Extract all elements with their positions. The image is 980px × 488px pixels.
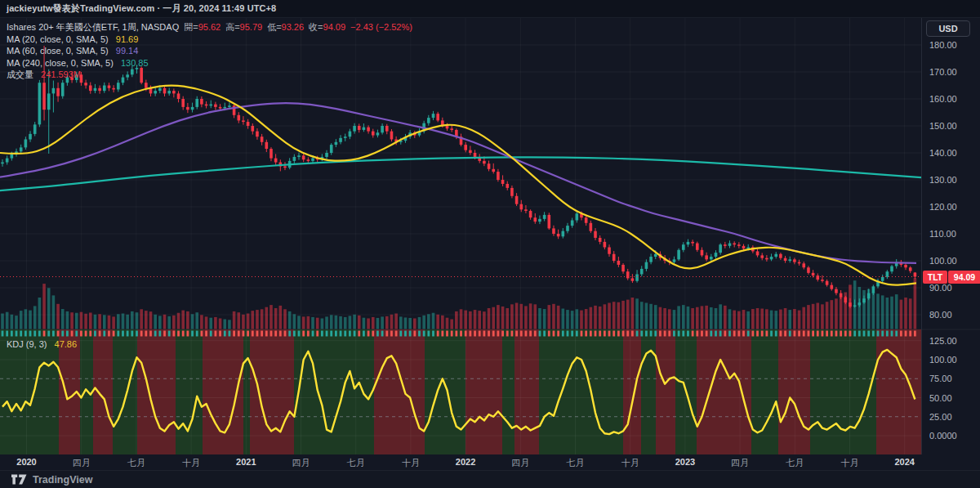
ma240-value: 130.85 [121, 58, 149, 68]
footer-bar: TradingView [0, 470, 980, 488]
chart-area[interactable]: 180.00170.00160.00150.00140.00130.00120.… [0, 18, 980, 454]
price-axis-label: 150.00 [929, 121, 957, 131]
ohlc-segment: 收=94.09 [309, 22, 345, 32]
kdj-value: 47.86 [55, 339, 78, 349]
time-axis-label: 七月 [567, 457, 585, 469]
kdj-axis-label: 25.00 [929, 412, 952, 422]
ma20-label: MA (20, close, 0, SMA, 5) [7, 34, 109, 44]
time-axis-label: 四月 [731, 457, 749, 469]
last-price-value: 94.09 [948, 271, 980, 284]
time-axis-label: 2021 [236, 457, 256, 467]
tradingview-brand-text[interactable]: TradingView [33, 474, 92, 486]
time-axis[interactable]: 2020四月七月十月2021四月七月十月2022四月七月十月2023四月七月十月… [0, 454, 980, 470]
change-value: −2.43 (−2.52%) [350, 22, 412, 32]
kdj-axis-label: 0.0000 [929, 431, 957, 441]
price-axis-label: 100.00 [929, 256, 957, 266]
time-axis-label: 七月 [786, 457, 804, 469]
time-axis-label: 2020 [16, 457, 36, 467]
kdj-axis-label: 75.00 [929, 374, 952, 383]
volume-bars [1, 278, 916, 329]
time-axis-label: 2022 [456, 457, 475, 467]
volume-label: 成交量 [7, 69, 33, 79]
price-axis-label: 130.00 [929, 175, 957, 185]
kdj-axis-label: 100.00 [929, 355, 957, 365]
time-axis-label: 十月 [841, 457, 859, 469]
kdj-label: KDJ (9, 3) [7, 339, 47, 349]
price-gridlines [0, 45, 921, 315]
ohlc-values: 開=95.62高=95.79低=93.26收=94.09 [179, 22, 345, 32]
ma60-line [0, 103, 916, 263]
price-axis-label: 90.00 [929, 283, 952, 293]
price-axis-label: 160.00 [929, 94, 957, 104]
ma20-legend-row: MA (20, close, 0, SMA, 5) 91.69 [7, 34, 412, 46]
time-axis-label: 七月 [347, 457, 365, 469]
time-axis-label: 2023 [675, 457, 695, 467]
ma240-label: MA (240, close, 0, SMA, 5) [7, 58, 114, 68]
time-axis-label: 十月 [402, 457, 420, 469]
last-price-badge: TLT 94.09 [923, 271, 980, 284]
ma240-line [0, 157, 921, 190]
publish-info-text: jackieyutw發表於TradingView.com · 一月 20, 20… [7, 3, 276, 13]
ma60-label: MA (60, close, 0, SMA, 5) [7, 46, 109, 56]
price-axis-label: 120.00 [929, 202, 957, 212]
price-axis-label: 170.00 [929, 67, 957, 77]
ticker-symbol-badge: TLT [923, 271, 947, 284]
time-axis-label: 十月 [182, 457, 200, 469]
price-axis-label: 180.00 [929, 40, 957, 50]
ohlc-segment: 高=95.79 [225, 22, 262, 32]
ohlc-segment: 低=93.26 [267, 22, 304, 32]
chart-legend: Ishares 20+ 年美國公債ETF, 1周, NASDAQ開=95.62高… [7, 21, 412, 81]
ma60-value: 99.14 [116, 46, 139, 56]
time-axis-label: 四月 [292, 457, 310, 469]
volume-value: 241.593M [41, 69, 81, 79]
time-axis-label: 十月 [621, 457, 639, 469]
chart-canvas[interactable]: 180.00170.00160.00150.00140.00130.00120.… [0, 18, 980, 454]
currency-usd-button[interactable]: USD [926, 20, 970, 37]
price-axis-label: 140.00 [929, 148, 957, 158]
ma20-line [0, 86, 916, 285]
tradingview-chart-page: jackieyutw發表於TradingView.com · 一月 20, 20… [0, 0, 980, 488]
kdj-axis-label: 50.00 [929, 393, 952, 403]
time-axis-label: 四月 [73, 457, 91, 469]
symbol-title: Ishares 20+ 年美國公債ETF, 1周, NASDAQ [7, 22, 179, 32]
volume-legend-row: 成交量 241.593M [7, 69, 412, 81]
kdj-axis-labels[interactable]: 125.00100.0075.0050.0025.000.0000 [929, 336, 957, 441]
publish-info-bar: jackieyutw發表於TradingView.com · 一月 20, 20… [0, 0, 980, 18]
kdj-legend-row: KDJ (9, 3) 47.86 [7, 339, 77, 349]
kdj-axis-label: 125.00 [929, 336, 957, 346]
price-axis-label: 110.00 [929, 229, 956, 239]
ma240-legend-row: MA (240, close, 0, SMA, 5) 130.85 [7, 57, 412, 69]
ma20-value: 91.69 [116, 34, 139, 44]
ma60-legend-row: MA (60, close, 0, SMA, 5) 99.14 [7, 45, 412, 57]
time-axis-label: 七月 [127, 457, 145, 469]
tradingview-logo-icon[interactable] [11, 474, 27, 485]
price-axis-label: 80.00 [929, 310, 952, 320]
ohlc-segment: 開=95.62 [184, 22, 220, 32]
time-axis-label: 四月 [511, 457, 529, 469]
symbol-legend-row: Ishares 20+ 年美國公債ETF, 1周, NASDAQ開=95.62高… [7, 21, 412, 34]
time-axis-label: 2024 [894, 457, 914, 467]
